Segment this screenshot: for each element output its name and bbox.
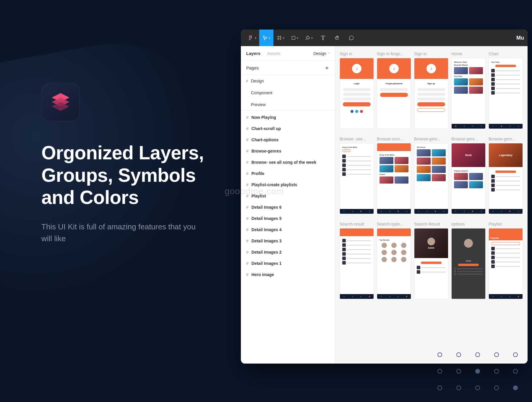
chevron-up-icon: ⌃ xyxy=(327,52,330,55)
artboard-browse-see[interactable]: Song of the Week This week xyxy=(340,143,374,214)
frame-name: Detail Images 6 xyxy=(252,205,282,210)
artboard-options[interactable]: Adele xyxy=(451,228,486,299)
screen-title: Sign up xyxy=(417,82,445,85)
artboard-label[interactable]: Browse-genr... xyxy=(414,137,448,141)
frame-tool-icon[interactable]: ▾ xyxy=(273,30,288,46)
artboard-label[interactable]: Search Result xyxy=(414,222,448,226)
frame-icon: # xyxy=(246,239,249,243)
artboard-artist[interactable]: Adele xyxy=(414,228,448,299)
frame-item[interactable]: #Chart-scroll up xyxy=(241,123,335,134)
document-title: Mu xyxy=(516,35,524,41)
tab-layers[interactable]: Layers xyxy=(246,51,260,56)
pages-label: Pages xyxy=(246,65,259,70)
frame-item[interactable]: #Profile xyxy=(241,168,335,179)
section-title: Top Chart xyxy=(454,75,483,77)
tab-design-panel[interactable]: Design ⌃ xyxy=(313,51,330,56)
frame-name: Chart-scroll up xyxy=(252,126,281,131)
page-item-component[interactable]: Component xyxy=(241,87,335,99)
move-tool-icon[interactable]: ▾ xyxy=(259,30,273,46)
frame-name: Now Playing xyxy=(252,115,276,120)
frame-item[interactable]: #Detail Images 5 xyxy=(241,213,335,224)
hand-tool-icon[interactable] xyxy=(330,30,344,46)
frame-icon: # xyxy=(246,115,249,120)
frame-icon: # xyxy=(246,261,249,266)
section-title: Top Chart xyxy=(491,61,520,63)
figma-logo-icon[interactable]: ▾ xyxy=(245,30,259,46)
screen-title: Playlists xyxy=(491,237,499,239)
tab-assets[interactable]: Assets xyxy=(267,51,280,56)
artboard-sign-in[interactable]: ♪ Login xyxy=(340,58,374,129)
frame-name: Detail Images 3 xyxy=(252,239,282,243)
page-item-preview[interactable]: Preview xyxy=(241,99,335,111)
layers-app-icon xyxy=(41,83,80,121)
frame-name: Browse-genres xyxy=(252,149,281,153)
frame-item[interactable]: #Chart-options xyxy=(241,134,335,145)
artboard-genre-legendary[interactable]: Legendary xyxy=(489,143,523,214)
welcome-text: Welcome, Rizki xyxy=(454,61,483,63)
figma-window: ▾ ▾ ▾ ▾ ▾ T Mu Layers xyxy=(241,30,528,364)
frame-name: Detail Images 5 xyxy=(252,216,282,221)
frame-icon: # xyxy=(246,250,249,255)
artboard-signup[interactable]: ♪ Sign up xyxy=(414,58,448,129)
frame-icon: # xyxy=(246,126,249,131)
shape-tool-icon[interactable]: ▾ xyxy=(288,30,302,46)
design-dropdown-label: Design xyxy=(313,51,326,56)
artboard-home[interactable]: Welcome, Rizki Recently Played Top Chart xyxy=(451,58,486,129)
figma-canvas[interactable]: Sign in ♪ Login xyxy=(335,46,528,364)
artboard-label[interactable]: Browse-scro... xyxy=(377,137,411,141)
artboard-forgot[interactable]: ♪ Forgot password xyxy=(377,58,411,129)
panel-tabs: Layers Assets Design ⌃ xyxy=(241,46,335,61)
page-item-design[interactable]: Design xyxy=(241,75,335,87)
artboard-row: Browse- see... Song of the Week This wee… xyxy=(340,137,528,214)
artboard-browse-scroll[interactable]: Song of the Week Charts xyxy=(377,143,411,214)
artboard-browse-genres[interactable]: All Genres xyxy=(414,143,448,214)
frame-item[interactable]: #Detail Images 4 xyxy=(241,224,335,235)
artboard-playlist[interactable]: Playlists xyxy=(489,228,523,299)
section-title: Song of the Week xyxy=(379,154,408,156)
frame-item[interactable]: #Now Playing xyxy=(241,112,335,123)
hero-title: Rock xyxy=(452,143,485,167)
artboard-label[interactable]: Sign in xyxy=(414,51,448,56)
frame-name: Detail Images 2 xyxy=(252,250,282,255)
frame-item[interactable]: #Detail Images 2 xyxy=(241,247,335,258)
pages-header: Pages ＋ xyxy=(241,61,335,75)
layers-icon xyxy=(50,91,71,113)
add-page-icon[interactable]: ＋ xyxy=(324,64,330,72)
artboard-search-result[interactable] xyxy=(340,228,374,299)
artboard-label[interactable]: options xyxy=(451,222,486,226)
frame-name: Detail Images 1 xyxy=(252,261,282,266)
artboard-genre-rock[interactable]: Rock Popular playlists xyxy=(451,143,486,214)
artboard-label[interactable]: Browse-genr... xyxy=(489,137,523,141)
artboard-label[interactable]: Search-typin... xyxy=(377,222,411,226)
frame-item[interactable]: #Browse-genres xyxy=(241,145,335,157)
frame-item[interactable]: #Detail Images 3 xyxy=(241,235,335,247)
frame-item[interactable]: #Detail Images 6 xyxy=(241,202,335,213)
pen-tool-icon[interactable]: ▾ xyxy=(302,30,316,46)
text-tool-icon[interactable]: T xyxy=(316,30,330,46)
artboard-label[interactable]: Home xyxy=(451,51,486,56)
frame-icon: # xyxy=(246,160,249,165)
frame-item[interactable]: #Hero image xyxy=(241,269,335,280)
frame-name: Hero image xyxy=(252,272,274,277)
artboard-label[interactable]: Browse- see... xyxy=(340,137,374,141)
promo-subtext: This UI Kit is full of amazing features … xyxy=(41,221,198,245)
artboard-label[interactable]: Chart xyxy=(489,51,523,56)
artboard-label[interactable]: Sign in-forgo... xyxy=(377,51,411,56)
layers-panel: Layers Assets Design ⌃ Pages ＋ Design Co… xyxy=(241,46,335,364)
artboard-label[interactable]: Playlist xyxy=(489,222,523,226)
artboard-search-typing[interactable]: Top Results xyxy=(377,228,411,299)
figma-toolbar: ▾ ▾ ▾ ▾ ▾ T Mu xyxy=(241,30,528,46)
frame-name: Browse- see all song of the week xyxy=(252,160,316,165)
frame-item[interactable]: #Detail Images 1 xyxy=(241,258,335,269)
frame-icon: # xyxy=(246,149,249,153)
frame-item[interactable]: #Browse- see all song of the week xyxy=(241,157,335,168)
artboard-label[interactable]: Sign in xyxy=(340,51,374,56)
watermark-text: gooodme.com xyxy=(225,186,284,196)
comment-tool-icon[interactable] xyxy=(344,30,359,46)
artboard-label[interactable]: Search-result xyxy=(340,222,374,226)
frame-icon: # xyxy=(246,227,249,232)
frame-icon: # xyxy=(246,171,249,176)
artboard-chart[interactable]: Top Chart xyxy=(489,58,523,129)
svg-point-7 xyxy=(249,39,250,40)
artboard-label[interactable]: Browse-genr... xyxy=(451,137,486,141)
